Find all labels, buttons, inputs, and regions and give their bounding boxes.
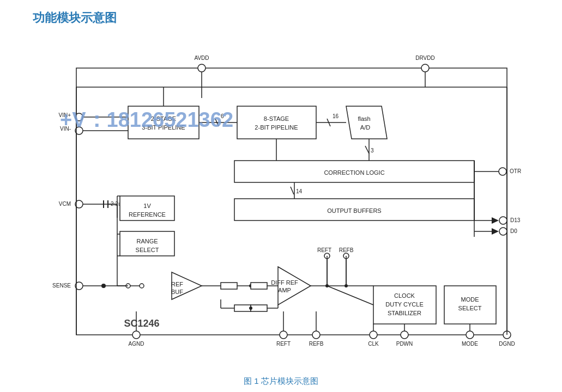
svg-point-74 xyxy=(249,307,252,310)
svg-rect-17 xyxy=(237,106,316,139)
pipeline8stage-label2: 2-BIT PIPELINE xyxy=(255,124,298,131)
svg-marker-20 xyxy=(346,106,387,139)
drvdd-label: DRVDD xyxy=(415,55,434,61)
rangeselect-label1: RANGE xyxy=(136,238,158,244)
flashad-label2: A/D xyxy=(360,124,370,131)
page-title: 功能模块示意图 xyxy=(33,10,117,26)
bus14-label: 14 xyxy=(296,188,303,194)
svg-point-31 xyxy=(499,217,507,224)
diffrefamp-label2: AMP xyxy=(278,287,291,293)
modeselect-label1: MODE xyxy=(461,296,479,303)
refbuf-label1: REF xyxy=(171,281,183,287)
mode-label: MODE xyxy=(462,341,478,347)
chip-label: SC1246 xyxy=(124,318,159,329)
rangeselect-label2: SELECT xyxy=(136,247,159,253)
svg-point-79 xyxy=(280,331,287,339)
flashad-label1: flash xyxy=(358,115,370,122)
clock-label3: STABILIZER xyxy=(388,310,421,316)
modeselect-label2: SELECT xyxy=(458,305,482,311)
sense-label: SENSE xyxy=(52,283,71,289)
svg-rect-73 xyxy=(251,305,267,311)
caption: 图 1 芯片模块示意图 xyxy=(0,376,562,387)
pipeline8stage-label1: 8-STAGE xyxy=(264,115,289,122)
svg-rect-55 xyxy=(251,283,267,289)
svg-point-87 xyxy=(466,331,474,339)
svg-point-4 xyxy=(421,64,429,72)
d13-label: D13 xyxy=(510,217,521,223)
refbuf-label2: BUF xyxy=(171,289,183,295)
svg-point-77 xyxy=(132,331,140,339)
reft-top-label: REFT xyxy=(317,247,331,253)
reference-label1: 1V xyxy=(143,203,151,209)
avdd-label: AVDD xyxy=(194,55,209,61)
svg-point-28 xyxy=(499,168,506,175)
svg-point-83 xyxy=(370,331,377,339)
svg-rect-68 xyxy=(234,305,251,311)
svg-point-1 xyxy=(198,64,206,72)
clk-label: CLK xyxy=(368,341,379,347)
refb-bottom-label: REFB xyxy=(309,341,324,347)
vcm-label: VCM xyxy=(59,201,71,207)
otr-label: OTR xyxy=(510,168,521,174)
dgnd-label: DGND xyxy=(499,341,515,347)
bus3-label: 3 xyxy=(371,148,374,154)
diffrefamp-label1: DIFF REF xyxy=(271,279,298,286)
clock-label2: DUTY CYCLE xyxy=(385,301,423,308)
clock-label1: CLOCK xyxy=(394,292,415,299)
bus16-label: 16 xyxy=(333,113,339,119)
reference-label2: REFERENCE xyxy=(129,211,166,218)
reft-bottom-label: REFT xyxy=(276,341,291,347)
pdwn-label: PDWN xyxy=(396,341,413,347)
output-buffers-label: OUTPUT BUFFERS xyxy=(327,207,381,214)
svg-point-85 xyxy=(401,331,408,339)
watermark: +V：18126521362 xyxy=(60,106,233,134)
svg-point-49 xyxy=(140,284,144,288)
refb-top-label: REFB xyxy=(339,247,354,253)
svg-rect-52 xyxy=(221,283,237,289)
diagram-container: AVDD DRVDD VIN+ VIN- 2-STAGE 3-BIT PIPEL… xyxy=(33,30,529,373)
svg-point-81 xyxy=(312,331,320,339)
d0-label: D0 xyxy=(510,228,517,234)
correction-logic-label: CORRECTION LOGIC xyxy=(324,169,384,176)
svg-point-34 xyxy=(499,228,507,235)
agnd-label: AGND xyxy=(129,341,144,347)
